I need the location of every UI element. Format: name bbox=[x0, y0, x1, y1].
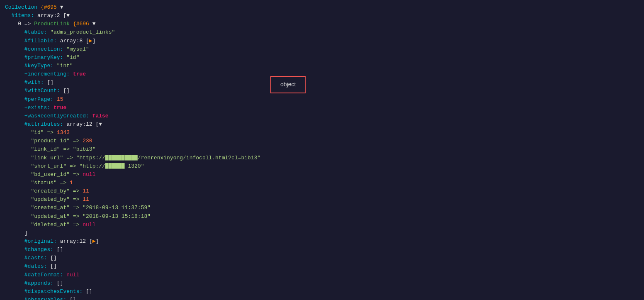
code-token: null bbox=[83, 222, 95, 228]
code-token: "int" bbox=[57, 63, 73, 69]
code-token: [] bbox=[47, 79, 53, 85]
code-token: "2018-09-13 11:37:59" bbox=[83, 205, 151, 211]
code-token: "http://██████ 1320" bbox=[79, 163, 144, 169]
code-line: #casts: [] bbox=[5, 254, 639, 262]
code-token: #with: bbox=[5, 79, 47, 85]
code-token: true bbox=[73, 71, 86, 77]
code-token: "bibi3" bbox=[73, 146, 96, 152]
code-line: "status" => 1 bbox=[5, 179, 639, 187]
code-token: "bd_user_id" => bbox=[5, 171, 83, 178]
code-token: [] bbox=[86, 288, 92, 295]
code-token: 1343 bbox=[57, 129, 70, 136]
code-line: 0 => ProductLink {#696 ▼ bbox=[5, 20, 639, 28]
code-token: {#696 bbox=[73, 21, 92, 27]
tooltip-label: object bbox=[280, 81, 296, 88]
code-token: "short_url" => bbox=[5, 163, 79, 169]
code-line: #changes: [] bbox=[5, 246, 639, 254]
code-token: "status" => bbox=[5, 180, 70, 186]
code-token: "product_id" => bbox=[5, 138, 83, 144]
code-line: #original: array:12 [▶] bbox=[5, 237, 639, 246]
code-token: #items: bbox=[5, 12, 37, 19]
code-token: Collection bbox=[5, 4, 41, 10]
code-output: Collection {#695 ▼ #items: array:2 [▼ 0 … bbox=[5, 3, 639, 300]
code-token: false bbox=[92, 113, 109, 119]
code-line: #dateFormat: null bbox=[5, 271, 639, 279]
code-line: "product_id" => 230 bbox=[5, 137, 639, 145]
code-line: #connection: "mysql" bbox=[5, 45, 639, 54]
code-token: #table: bbox=[5, 29, 50, 35]
code-token: "adms_product_links" bbox=[50, 29, 115, 35]
code-token: array:8 [ bbox=[60, 38, 89, 44]
code-line: "link_id" => "bibi3" bbox=[5, 145, 639, 154]
code-token: null bbox=[83, 171, 95, 178]
code-token: array:12 [ bbox=[66, 121, 99, 127]
code-token: ▼ bbox=[92, 21, 96, 27]
code-line: "bd_user_id" => null bbox=[5, 171, 639, 179]
code-token: 1 bbox=[70, 180, 73, 186]
code-token: "created_by" => bbox=[5, 188, 83, 194]
code-line: #perPage: 15 bbox=[5, 95, 639, 104]
code-token: true bbox=[53, 105, 66, 111]
code-token: #withCount: bbox=[5, 88, 63, 94]
code-token: "2018-09-13 15:18:18" bbox=[83, 213, 151, 220]
code-line: #observables: [] bbox=[5, 296, 639, 300]
code-token: ] bbox=[5, 230, 28, 236]
code-token: #observables: bbox=[5, 297, 70, 300]
code-line: ] bbox=[5, 229, 639, 237]
code-token: ▼ bbox=[60, 4, 63, 10]
code-line: "updated_at" => "2018-09-13 15:18:18" bbox=[5, 212, 639, 221]
code-token: array:12 [ bbox=[60, 238, 92, 244]
code-line: "id" => 1343 bbox=[5, 129, 639, 137]
code-line: #attributes: array:12 [▼ bbox=[5, 120, 639, 129]
code-line: #with: [] bbox=[5, 78, 639, 87]
code-line: #dates: [] bbox=[5, 262, 639, 271]
code-token: ] bbox=[92, 38, 96, 44]
code-line: +exists: true bbox=[5, 104, 639, 112]
code-token: #fillable: bbox=[5, 38, 60, 44]
code-token: [] bbox=[57, 246, 63, 253]
code-token: "mysql" bbox=[66, 46, 89, 52]
code-line: #fillable: array:8 [▶] bbox=[5, 37, 639, 45]
code-token: "updated_by" => bbox=[5, 196, 83, 202]
code-token: #changes: bbox=[5, 246, 57, 253]
code-line: "updated_by" => 11 bbox=[5, 195, 639, 204]
code-line: "created_by" => 11 bbox=[5, 187, 639, 195]
code-line: #items: array:2 [▼ bbox=[5, 12, 639, 20]
code-token: "updated_at" => bbox=[5, 213, 83, 220]
code-line: +incrementing: true bbox=[5, 70, 639, 78]
code-line: #dispatchesEvents: [] bbox=[5, 288, 639, 296]
code-token: {#695 bbox=[41, 4, 60, 10]
code-line: "link_url" => "https://██████████/renren… bbox=[5, 154, 639, 162]
code-token: [] bbox=[70, 297, 76, 300]
code-token: #dispatchesEvents: bbox=[5, 288, 86, 295]
code-token: null bbox=[66, 272, 79, 278]
code-token: #casts: bbox=[5, 255, 50, 261]
code-token: ] bbox=[95, 238, 99, 244]
code-token: [] bbox=[50, 255, 57, 261]
code-token: 15 bbox=[57, 96, 63, 102]
code-line: Collection {#695 ▼ bbox=[5, 3, 639, 12]
code-token: ▼ bbox=[66, 12, 70, 19]
code-token: 11 bbox=[83, 188, 89, 194]
code-token: +exists: bbox=[5, 105, 53, 111]
code-token: array:2 [ bbox=[37, 12, 66, 19]
code-line: #withCount: [] bbox=[5, 87, 639, 95]
code-token: [] bbox=[50, 263, 57, 269]
code-token: [] bbox=[57, 280, 63, 286]
code-token: "deleted_at" => bbox=[5, 222, 83, 228]
code-token: "id" bbox=[66, 54, 79, 61]
code-token: "created_at" => bbox=[5, 205, 83, 211]
code-token: "id" => bbox=[5, 129, 57, 136]
code-token: #dates: bbox=[5, 263, 50, 269]
code-line: #primaryKey: "id" bbox=[5, 54, 639, 62]
code-token: +wasRecentlyCreated: bbox=[5, 113, 92, 119]
code-line: "deleted_at" => null bbox=[5, 221, 639, 229]
code-token: 11 bbox=[83, 196, 89, 202]
code-token: #appends: bbox=[5, 280, 57, 286]
code-line: "created_at" => "2018-09-13 11:37:59" bbox=[5, 204, 639, 212]
code-token: 0 => bbox=[5, 21, 34, 27]
code-token: [] bbox=[63, 88, 70, 94]
code-line: +wasRecentlyCreated: false bbox=[5, 112, 639, 120]
code-token: +incrementing: bbox=[5, 71, 73, 77]
code-token: #primaryKey: bbox=[5, 54, 66, 61]
